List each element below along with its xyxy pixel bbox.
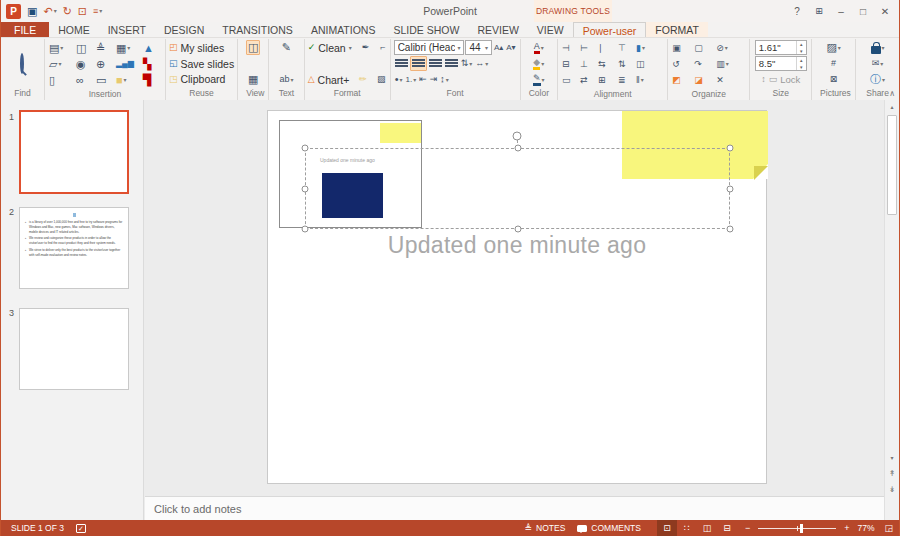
group-shapes-button[interactable]: ▣	[671, 41, 693, 56]
zoom-slider-thumb[interactable]	[800, 524, 803, 533]
resize-handle-middle-left[interactable]	[302, 186, 309, 193]
rotate-left-button[interactable]: ↺	[671, 57, 693, 72]
bring-forward-button[interactable]: ◩	[671, 73, 693, 88]
insert-table-button[interactable]: ▦▾	[115, 41, 142, 56]
vertical-scrollbar[interactable]: ▴ ▾ ↟ ↡	[884, 100, 899, 520]
scroll-down-button[interactable]: ▾	[885, 451, 899, 464]
protect-button[interactable]: ▾	[870, 40, 886, 55]
pyramid-chart-button[interactable]: ▲	[142, 41, 162, 56]
eyedropper-button[interactable]: ✒	[361, 40, 371, 55]
brush-button[interactable]: ✏	[358, 72, 368, 87]
center-on-slide-button[interactable]: ‖▾	[635, 73, 663, 88]
fill-color-button[interactable]: ◆▾	[532, 56, 545, 71]
corner-format-button[interactable]: ⌐	[379, 40, 386, 55]
align-objects-left-button[interactable]: ⊣	[561, 41, 579, 56]
save-slides-button[interactable]: ◱Save slides	[169, 56, 234, 72]
tab-power-user[interactable]: Power-user	[573, 22, 647, 37]
tab-insert[interactable]: INSERT	[99, 22, 155, 37]
save-button[interactable]: ▣	[27, 6, 37, 17]
redo-button[interactable]: ↻	[63, 6, 72, 17]
clean-button[interactable]: ✓Clean▾	[308, 40, 352, 56]
resize-handle-middle-right[interactable]	[727, 186, 734, 193]
minimize-button[interactable]: –	[831, 2, 851, 20]
font-family-combo[interactable]: Calibri (Heac▾	[394, 40, 465, 55]
zoom-slider[interactable]	[758, 528, 836, 529]
notes-toggle[interactable]: ≜ NOTES	[525, 523, 566, 533]
info-button[interactable]: ⓘ▾	[869, 72, 886, 87]
tab-transitions[interactable]: TRANSITIONS	[213, 22, 302, 37]
step-down-icon[interactable]: ▾	[797, 48, 806, 55]
lock-size-button[interactable]: ↕ ▭ Lock	[761, 72, 800, 87]
screenshot-button[interactable]: ◉	[75, 57, 95, 72]
normal-view-button[interactable]: ⊡	[657, 520, 677, 536]
snap-objects-button[interactable]: ◫	[635, 57, 663, 72]
zoom-level[interactable]: 77%	[857, 523, 874, 533]
font-color-button[interactable]: A▾	[533, 40, 545, 55]
waterfall-chart-button[interactable]: ▜	[142, 73, 162, 88]
tab-review[interactable]: REVIEW	[468, 22, 527, 37]
bullets-button[interactable]: •▾	[394, 72, 404, 87]
dock-objects-button[interactable]: ▮▾	[635, 41, 663, 56]
notes-pane[interactable]: Click to add notes	[145, 496, 884, 520]
tab-animations[interactable]: ANIMATIONS	[302, 22, 385, 37]
updated-text[interactable]: Updated one minute ago	[268, 232, 766, 259]
align-center-button[interactable]	[410, 56, 427, 71]
slideshow-view-button[interactable]: ⊟	[717, 520, 737, 536]
clipboard-button[interactable]: ◳Clipboard	[169, 71, 234, 87]
resize-handle-top-right[interactable]	[727, 145, 734, 152]
tab-home[interactable]: HOME	[49, 22, 99, 37]
insert-map-button[interactable]: ⊕	[95, 57, 115, 72]
compress-picture-button[interactable]: ⊠	[829, 72, 839, 87]
edit-text-button[interactable]: ✎	[281, 40, 292, 55]
column-chart-button[interactable]: ▂▄▆	[115, 57, 142, 72]
align-objects-right-button[interactable]: ⊢	[579, 41, 597, 56]
grid-align-button[interactable]: ⊞	[597, 73, 617, 88]
powerpoint-logo-icon[interactable]: P	[6, 4, 21, 19]
previous-slide-button[interactable]: ↟	[885, 467, 899, 480]
resize-handle-top-left[interactable]	[302, 145, 309, 152]
slide-sorter-view-button[interactable]: ∷	[677, 520, 697, 536]
sticky-note-button[interactable]: ■▾	[115, 73, 142, 88]
selection-bounding-box[interactable]	[305, 148, 730, 229]
duplicate-slide-button[interactable]: ◫	[75, 41, 95, 56]
align-objects-bottom-button[interactable]: ⊥	[579, 57, 597, 72]
rotation-handle[interactable]	[513, 132, 522, 141]
justify-button[interactable]	[444, 56, 459, 71]
slide-thumbnail-2[interactable]: is a library of over 1,000,000 free and …	[19, 207, 129, 289]
combine-shapes-button[interactable]: ⊘▾	[715, 41, 743, 56]
tab-design[interactable]: DESIGN	[155, 22, 213, 37]
next-slide-button[interactable]: ↡	[885, 483, 899, 496]
align-to-slide-button[interactable]: ▭	[561, 73, 579, 88]
insert-link-button[interactable]: ∞	[75, 73, 95, 88]
fit-to-window-button[interactable]: ◲	[884, 524, 893, 533]
swap-objects-button[interactable]: ⇄	[579, 73, 597, 88]
combo-chart-button[interactable]: ▚	[142, 57, 162, 72]
numbering-button[interactable]: 1.▾	[405, 72, 418, 87]
view-grid-button[interactable]: ▦	[247, 72, 259, 87]
customize-qat-button[interactable]: ≡▾	[93, 7, 102, 16]
align-right-button[interactable]	[428, 56, 443, 71]
insert-textbox-button[interactable]: ▯	[48, 73, 75, 88]
insert-callout-button[interactable]: ▱▾	[48, 57, 75, 72]
send-backward-button[interactable]: ◪	[693, 73, 715, 88]
text-distribute-button[interactable]: ↔▾	[474, 56, 489, 71]
change-case-button[interactable]: ab▾	[278, 72, 294, 87]
zoom-in-button[interactable]: +	[844, 524, 849, 533]
line-spacing-button[interactable]: ⇅▾	[460, 56, 474, 71]
close-button[interactable]: ✕	[875, 2, 895, 20]
tab-format[interactable]: FORMAT	[646, 22, 708, 37]
font-size-combo[interactable]: 44▾	[465, 40, 491, 55]
width-spinner[interactable]: 1.61" ▴▾	[755, 40, 807, 55]
increase-indent-button[interactable]: ⇥	[429, 72, 439, 87]
tab-file[interactable]: FILE	[1, 22, 49, 37]
my-slides-button[interactable]: ◰My slides	[169, 40, 234, 56]
slide-indicator[interactable]: SLIDE 1 OF 3	[11, 523, 64, 533]
decrease-indent-button[interactable]: ⇤	[418, 72, 428, 87]
scroll-up-button[interactable]: ▴	[885, 100, 899, 113]
picture-tools-button[interactable]: ▨▾	[825, 40, 841, 55]
spellcheck-icon[interactable]: ✓	[76, 524, 86, 533]
rotate-right-button[interactable]: ↷	[693, 57, 715, 72]
resize-handle-top-center[interactable]	[515, 145, 522, 152]
decrease-font-button[interactable]: A▾	[505, 40, 516, 55]
chart-plus-button[interactable]: △Chart+	[308, 72, 350, 88]
